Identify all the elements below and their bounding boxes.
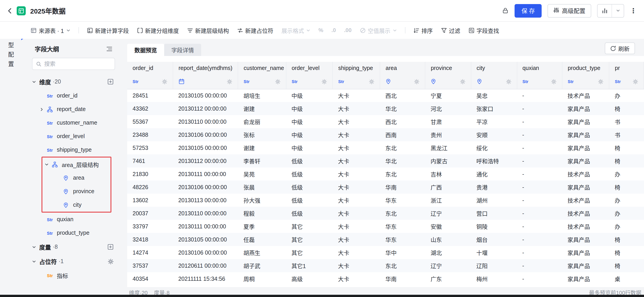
tree-item-city[interactable]: city	[42, 198, 110, 212]
table-row[interactable]: 4035420211111 15:34:56周桐高级大卡华南广东梅州-家具产品桌	[127, 272, 644, 285]
gear-icon[interactable]	[322, 79, 327, 84]
horizontal-scrollbar[interactable]	[0, 295, 644, 297]
table-row[interactable]: 2183020130111 00:00:00吴苑低级大卡东北吉林通化-技术产品办	[127, 167, 644, 181]
table-row[interactable]: 5725320130105 00:00:00谢建中级大卡东北黑龙江绥化-家具产品…	[127, 141, 644, 154]
table-cell: 书	[609, 128, 644, 141]
tree-item-shipping_type[interactable]: Strshipping_type	[32, 143, 122, 157]
tree-item-area[interactable]: area	[42, 171, 110, 185]
display-format-button[interactable]: 展示格式	[282, 26, 310, 35]
column-header-province[interactable]: province	[425, 62, 471, 75]
search-input[interactable]	[44, 61, 111, 67]
gear-icon[interactable]	[369, 79, 374, 84]
table-row[interactable]: 3241820130105 00:00:00任磊其它大卡华东山东烟台-家具产品椅	[127, 233, 644, 246]
chevron-down-icon[interactable]	[45, 162, 52, 166]
percent-format-button[interactable]: %	[318, 27, 323, 33]
table-cell: 桌	[609, 272, 644, 285]
table-cell: 吴苑	[238, 167, 286, 181]
column-header-order_level[interactable]: order_level	[286, 62, 332, 75]
location-pin-icon	[63, 188, 73, 194]
table-cell: 20130113 00:00:00	[173, 194, 238, 207]
gear-icon[interactable]	[551, 79, 556, 84]
tree-item-product_type[interactable]: Strproduct_type	[32, 226, 122, 240]
outline-list-icon[interactable]	[106, 46, 112, 51]
table-cell: 家具产品	[562, 141, 609, 154]
column-header-shipping_type[interactable]: shipping_type	[332, 62, 380, 75]
table-cell: 华南	[380, 181, 425, 194]
new-placeholder-button[interactable]: 新建占位符	[237, 26, 273, 35]
gear-icon[interactable]	[506, 79, 511, 84]
tree-item-area_层级结构[interactable]: area_层级结构	[42, 158, 110, 171]
tab-field-details[interactable]: 字段详情	[164, 44, 201, 56]
section-header[interactable]: 度量·8	[32, 240, 122, 254]
save-button[interactable]: 保 存	[515, 4, 542, 17]
table-row[interactable]: 3379720130111 00:00:00夏季其它大卡华东安徽铜陵-技术产品办	[127, 220, 644, 233]
sort-button[interactable]: 排序	[413, 26, 433, 35]
table-cell: 书	[609, 115, 644, 128]
column-header-order_id[interactable]: order_id	[127, 62, 173, 75]
table-row[interactable]: 1360220130113 00:00:00孙大强低级大卡华东浙江湖州-技术产品…	[127, 194, 644, 207]
chevron-down-icon	[392, 28, 397, 32]
table-cell: 辽宁	[425, 259, 471, 272]
table-row[interactable]: 2348820130106 00:00:00张标中级大卡西南贵州安顺-家具产品书	[127, 128, 644, 141]
new-calc-field-button[interactable]: 新建计算字段	[87, 26, 129, 35]
tree-item-province[interactable]: province	[42, 185, 110, 198]
table-row[interactable]: 2845120130105 00:00:00胡培生中级大卡西北宁夏吴忠-技术产品…	[127, 89, 644, 102]
add-field-icon[interactable]	[107, 79, 114, 85]
table-row[interactable]: 4822620130106 00:00:00张晨低级大卡华南广西贵港-家具产品椅	[127, 181, 644, 194]
tree-item-customer_name[interactable]: Strcustomer_name	[32, 116, 122, 130]
table-row[interactable]: 2003720130110 00:00:00程毅低级大卡东北辽宁营口-技术产品办	[127, 207, 644, 220]
table-row[interactable]: 3753720120611 00:00:00胡子武其它1大卡东北辽宁辽阳-家具产…	[127, 259, 644, 272]
column-header-area[interactable]: area	[380, 62, 425, 75]
filter-button[interactable]: 过滤	[441, 26, 460, 35]
new-group-dimension-button[interactable]: 新建分组维度	[137, 26, 179, 35]
gear-icon[interactable]	[162, 79, 167, 84]
table-cell: -	[517, 220, 562, 233]
table-row[interactable]: 5536720130110 00:00:00俞龙丽中级大卡西北甘肃平凉-家具产品…	[127, 115, 644, 128]
tree-item-report_date[interactable]: report_date	[32, 102, 122, 116]
table-cell: 西北	[380, 115, 425, 128]
chevron-down-icon[interactable]	[612, 4, 624, 17]
column-header-customer_name[interactable]: customer_name	[238, 62, 286, 75]
gear-icon[interactable]	[598, 79, 604, 84]
field-search-button[interactable]: 字段查找	[468, 26, 499, 35]
decrease-decimal-button[interactable]: .0	[332, 27, 336, 33]
column-header-report_date(ymdhms)[interactable]: report_date(ymdhms)	[173, 62, 238, 75]
table-row[interactable]: 1427420130106 00:00:00胡燕生其它大卡华中湖北十堰-家具产品…	[127, 246, 644, 259]
back-icon[interactable]	[7, 8, 12, 14]
kebab-menu-icon[interactable]: ⋮	[630, 7, 637, 14]
new-hierarchy-button[interactable]: 新建层级结构	[187, 26, 229, 35]
section-header[interactable]: 占位符·1	[32, 254, 122, 268]
refresh-button[interactable]: 刷新	[605, 43, 635, 54]
tree-item-order_level[interactable]: Strorder_level	[32, 130, 122, 143]
table-cell: 家具产品	[562, 102, 609, 115]
tab-data-preview[interactable]: 数据预览	[127, 44, 164, 56]
chevron-right-icon[interactable]	[40, 107, 47, 111]
gear-icon[interactable]	[633, 79, 638, 84]
sidebar-search[interactable]	[32, 58, 115, 70]
section-header[interactable]: 维度·20	[32, 75, 122, 89]
table-cell: 贵港	[471, 181, 517, 194]
column-header-quxian[interactable]: quxian	[517, 62, 562, 75]
table-row[interactable]: 746120130112 00:00:00李善轩低级大卡华北内蒙古呼和浩特-家具…	[127, 154, 644, 167]
advanced-config-button[interactable]: 高级配置	[548, 4, 591, 17]
column-header-pr[interactable]: pr	[609, 62, 644, 75]
bar-chart-icon[interactable]	[598, 4, 612, 17]
tree-item-order_id[interactable]: Strorder_id	[32, 89, 122, 102]
gear-icon[interactable]	[108, 258, 114, 264]
column-header-product_type[interactable]: product_type	[562, 62, 609, 75]
null-display-button[interactable]: 空值展示	[360, 26, 397, 35]
gear-icon[interactable]	[275, 79, 280, 84]
table-cell: 程毅	[238, 207, 286, 220]
lock-icon[interactable]	[502, 7, 509, 14]
tree-item-指标[interactable]: Str指标	[32, 268, 122, 282]
gear-icon[interactable]	[460, 79, 466, 84]
column-header-city[interactable]: city	[471, 62, 517, 75]
gear-icon[interactable]	[414, 79, 420, 84]
table-row[interactable]: 4336220130112 00:00:00谢建中级大卡华北河北张家口-家具产品…	[127, 102, 644, 115]
increase-decimal-button[interactable]: .00	[344, 27, 352, 33]
add-field-icon[interactable]	[107, 244, 114, 250]
gear-icon[interactable]	[227, 79, 232, 84]
source-table-selector[interactable]: 来源表 · 1	[31, 26, 70, 35]
tree-item-quxian[interactable]: Strquxian	[32, 213, 122, 226]
table-cell: 大卡	[332, 233, 380, 246]
